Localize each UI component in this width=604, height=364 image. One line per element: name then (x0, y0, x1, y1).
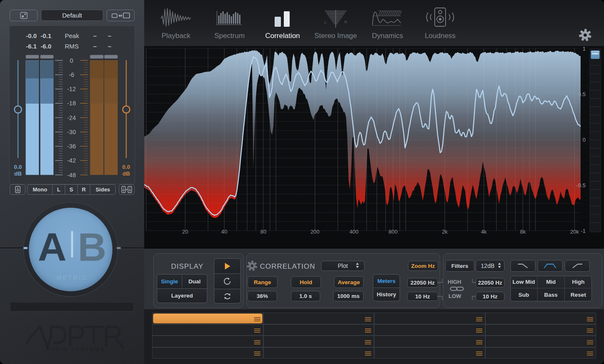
svg-text:0: 0 (70, 57, 73, 64)
svg-text:1: 1 (583, 46, 586, 52)
svg-text:40: 40 (221, 229, 227, 235)
svg-text:400: 400 (349, 229, 359, 235)
svg-text:dB: dB (14, 171, 22, 177)
svg-text:-30: -30 (67, 129, 76, 135)
svg-text:2k: 2k (442, 229, 448, 235)
svg-text:800: 800 (389, 229, 398, 235)
svg-text:-1: -1 (581, 228, 586, 234)
svg-text:-6: -6 (69, 71, 74, 78)
svg-text:-18: -18 (67, 100, 76, 107)
svg-text:20k: 20k (570, 229, 579, 235)
svg-text:L: L (324, 20, 326, 24)
svg-text:20: 20 (182, 229, 188, 235)
svg-text:0: 0 (583, 137, 586, 143)
svg-text:0.0: 0.0 (14, 164, 22, 170)
svg-text:-36: -36 (67, 143, 76, 150)
svg-text:-42: -42 (67, 157, 76, 164)
svg-text:dB: dB (122, 171, 130, 177)
svg-text:-24: -24 (67, 115, 76, 121)
svg-text:200: 200 (311, 229, 320, 235)
svg-text:0.0: 0.0 (122, 164, 130, 170)
svg-text:8k: 8k (520, 229, 526, 235)
svg-text:-12: -12 (67, 86, 76, 92)
svg-text:-0.5: -0.5 (576, 182, 586, 188)
svg-text:AUDIO SYSTEMS: AUDIO SYSTEMS (46, 346, 105, 352)
svg-text:80: 80 (260, 229, 266, 235)
svg-text:R: R (344, 20, 347, 24)
svg-text:-48: -48 (67, 172, 76, 178)
svg-text:0.5: 0.5 (578, 91, 586, 97)
svg-text:4k: 4k (481, 229, 487, 235)
